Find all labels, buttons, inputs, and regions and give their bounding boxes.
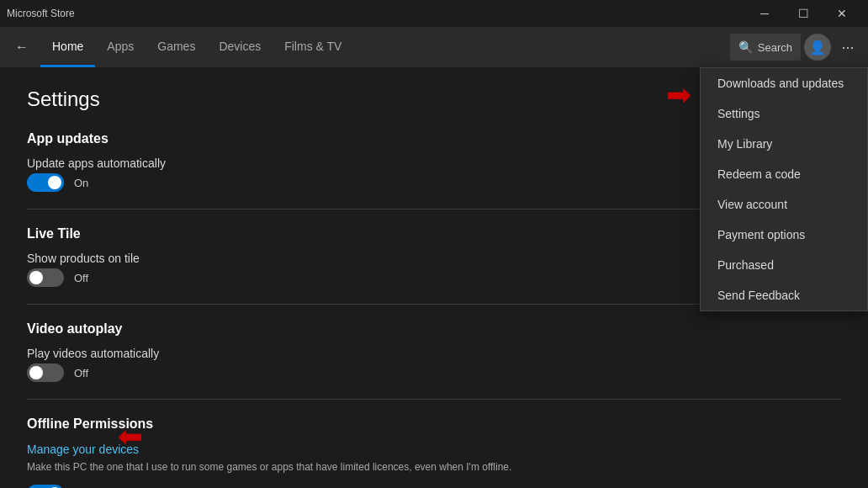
tab-games[interactable]: Games (146, 27, 207, 67)
divider-3 (27, 399, 841, 400)
show-products-label: Show products on tile (27, 252, 140, 265)
nav-bar: ← Home Apps Games Devices Films & TV 🔍 S… (0, 27, 868, 67)
nav-right-controls: 🔍 Search 👤 ··· (730, 34, 861, 61)
dropdown-payment[interactable]: Payment options (701, 220, 867, 250)
offline-toggle[interactable] (27, 485, 64, 488)
section-offline-permissions: Offline Permissions Manage your devices … (27, 416, 841, 488)
toggle-thumb-2 (29, 271, 43, 284)
play-videos-label: Play videos automatically (27, 347, 159, 360)
dropdown-purchased[interactable]: Purchased (701, 250, 867, 280)
search-box[interactable]: 🔍 Search (730, 34, 801, 61)
dropdown-feedback[interactable]: Send Feedback (701, 280, 867, 310)
maximize-button[interactable]: ☐ (784, 0, 823, 27)
auto-update-label: Update apps automatically (27, 156, 166, 170)
arrow-right-indicator: ➡ (666, 77, 691, 113)
video-autoplay-title: Video autoplay (27, 321, 841, 337)
search-icon: 🔍 (738, 40, 753, 54)
title-bar: Microsoft Store ─ ☐ ✕ (0, 0, 868, 27)
app-title: Microsoft Store (7, 8, 745, 19)
dropdown-menu: Downloads and updates Settings My Librar… (700, 67, 868, 311)
play-videos-toggle-row: Off (27, 363, 841, 382)
offline-toggle-row: On (27, 485, 841, 488)
dropdown-my-library[interactable]: My Library (701, 129, 867, 159)
toggle-thumb-3 (29, 366, 43, 379)
show-products-toggle[interactable] (27, 268, 64, 287)
search-label: Search (758, 41, 792, 54)
toggle-thumb (48, 176, 61, 189)
more-options-button[interactable]: ··· (834, 34, 861, 61)
show-products-toggle-label: Off (74, 272, 88, 284)
tab-films[interactable]: Films & TV (273, 27, 353, 67)
play-videos-toggle[interactable] (27, 363, 64, 382)
minimize-button[interactable]: ─ (745, 0, 784, 27)
nav-tabs: Home Apps Games Devices Films & TV (40, 27, 727, 67)
back-button[interactable]: ← (7, 32, 37, 62)
offline-permissions-title: Offline Permissions (27, 416, 841, 432)
play-videos-row: Play videos automatically (27, 347, 841, 360)
dropdown-downloads[interactable]: Downloads and updates (701, 68, 867, 98)
offline-description: Make this PC the one that I use to run s… (27, 460, 841, 475)
auto-update-toggle-label: On (74, 177, 88, 189)
section-video-autoplay: Video autoplay Play videos automatically… (27, 321, 841, 382)
dropdown-settings[interactable]: Settings (701, 98, 867, 129)
user-account-button[interactable]: 👤 (804, 34, 831, 61)
dropdown-view-account[interactable]: View account (701, 189, 867, 220)
tab-devices[interactable]: Devices (207, 27, 273, 67)
auto-update-toggle[interactable] (27, 173, 64, 192)
window-controls: ─ ☐ ✕ (745, 0, 861, 27)
arrow-bottom-indicator: ➡ (118, 419, 143, 454)
tab-apps[interactable]: Apps (95, 27, 146, 67)
dropdown-redeem[interactable]: Redeem a code (701, 159, 867, 189)
close-button[interactable]: ✕ (823, 0, 861, 27)
tab-home[interactable]: Home (40, 27, 95, 67)
play-videos-toggle-label: Off (74, 367, 88, 379)
